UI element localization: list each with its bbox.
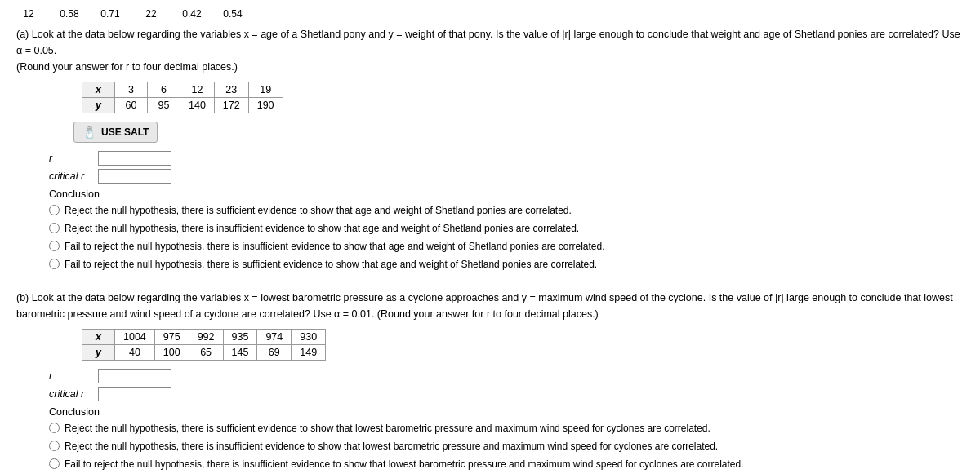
part-a-x-val-0: 3: [115, 82, 148, 98]
part-a-conclusion-title: Conclusion: [49, 188, 964, 200]
part-b-radio-1[interactable]: [49, 441, 60, 451]
part-b-conclusion-title: Conclusion: [49, 406, 964, 418]
part-b-table: x 1004 975 992 935 974 930 y 40 100 65 1…: [82, 329, 326, 361]
part-a-x-val-3: 23: [214, 82, 248, 98]
part-a-radio-3[interactable]: [49, 259, 60, 269]
part-a-x-label: x: [82, 82, 115, 98]
part-a-y-label: y: [82, 98, 115, 113]
part-b-option-1-text: Reject the null hypothesis, there is ins…: [65, 439, 718, 454]
part-b-option-2-text: Fail to reject the null hypothesis, ther…: [65, 457, 744, 472]
part-b-question-text: (b) Look at the data below regarding the…: [16, 292, 953, 320]
use-salt-label: USE SALT: [101, 126, 149, 138]
part-b-y-val-4: 69: [257, 345, 292, 361]
part-a-option-0-text: Reject the null hypothesis, there is suf…: [65, 203, 572, 218]
part-a-critical-r-input[interactable]: [98, 169, 172, 184]
top-val-6: 0.54: [220, 8, 245, 20]
part-a-question-text: (a) Look at the data below regarding the…: [16, 29, 960, 56]
part-a-radio-2[interactable]: [49, 241, 60, 251]
part-a-y-val-3: 172: [214, 98, 248, 113]
top-val-1: 12: [16, 8, 41, 20]
part-a-r-label: r: [49, 153, 98, 164]
top-val-4: 22: [139, 8, 163, 20]
part-a-x-val-1: 6: [148, 82, 180, 98]
part-a-option-3[interactable]: Fail to reject the null hypothesis, ther…: [49, 257, 964, 272]
part-a-round-note: (Round your answer for r to four decimal…: [16, 61, 238, 73]
part-a-conclusion-section: Conclusion Reject the null hypothesis, t…: [49, 188, 964, 272]
part-a-critical-r-label: critical r: [49, 171, 98, 182]
part-a-y-val-4: 190: [248, 98, 283, 113]
part-b-option-2[interactable]: Fail to reject the null hypothesis, ther…: [49, 457, 964, 472]
top-val-3: 0.71: [98, 8, 122, 20]
part-a-radio-1[interactable]: [49, 223, 60, 233]
part-a-x-val-4: 19: [248, 82, 283, 98]
part-a-r-input[interactable]: [98, 151, 172, 166]
part-b-x-label: x: [82, 330, 115, 345]
part-a-table: x 3 6 12 23 19 y 60 95 140 172 190: [82, 82, 283, 113]
part-b-x-val-5: 930: [292, 330, 326, 345]
part-b-r-label: r: [49, 370, 98, 382]
part-b-r-input[interactable]: [98, 369, 172, 383]
part-b-radio-0[interactable]: [49, 423, 60, 433]
part-a-option-3-text: Fail to reject the null hypothesis, ther…: [65, 257, 597, 272]
part-b-x-val-3: 935: [223, 330, 257, 345]
part-b-y-val-2: 65: [189, 345, 223, 361]
part-b-y-label: y: [82, 345, 115, 361]
part-a-x-val-2: 12: [180, 82, 215, 98]
part-a-radio-0[interactable]: [49, 205, 60, 215]
part-a-y-val-2: 140: [180, 98, 215, 113]
top-val-5: 0.42: [180, 8, 204, 20]
part-b-y-val-1: 100: [154, 345, 189, 361]
part-a-option-1[interactable]: Reject the null hypothesis, there is ins…: [49, 221, 964, 236]
part-b-x-val-0: 1004: [115, 330, 155, 345]
part-b-x-val-4: 974: [257, 330, 292, 345]
salt-icon: 🧂: [82, 126, 96, 139]
top-values-row: 12 0.58 0.71 22 0.42 0.54: [16, 8, 964, 20]
part-b-x-val-2: 992: [189, 330, 223, 345]
part-b-y-val-3: 145: [223, 345, 257, 361]
use-salt-button[interactable]: 🧂 USE SALT: [74, 122, 158, 143]
part-a-y-val-0: 60: [115, 98, 148, 113]
part-b-y-val-0: 40: [115, 345, 155, 361]
part-b-conclusion-section: Conclusion Reject the null hypothesis, t…: [49, 406, 964, 474]
part-a-option-2-text: Fail to reject the null hypothesis, ther…: [65, 239, 605, 254]
part-b-radio-2[interactable]: [49, 458, 60, 469]
part-a-critical-r-row: critical r: [49, 169, 964, 184]
part-b-option-0[interactable]: Reject the null hypothesis, there is suf…: [49, 421, 964, 436]
part-b-y-val-5: 149: [292, 345, 326, 361]
part-a-r-row: r: [49, 151, 964, 166]
part-b-question: (b) Look at the data below regarding the…: [16, 290, 964, 322]
part-a-question: (a) Look at the data below regarding the…: [16, 26, 964, 75]
part-b-x-val-1: 975: [154, 330, 189, 345]
part-a-option-1-text: Reject the null hypothesis, there is ins…: [65, 221, 579, 236]
part-b-critical-r-label: critical r: [49, 388, 98, 400]
part-b-option-1[interactable]: Reject the null hypothesis, there is ins…: [49, 439, 964, 454]
part-b-option-0-text: Reject the null hypothesis, there is suf…: [65, 421, 710, 436]
part-a-y-val-1: 95: [148, 98, 180, 113]
part-a-option-2[interactable]: Fail to reject the null hypothesis, ther…: [49, 239, 964, 254]
part-a-option-0[interactable]: Reject the null hypothesis, there is suf…: [49, 203, 964, 218]
part-b-critical-r-row: critical r: [49, 387, 964, 401]
part-b-critical-r-input[interactable]: [98, 387, 172, 401]
part-b-r-row: r: [49, 369, 964, 383]
top-val-2: 0.58: [57, 8, 82, 20]
